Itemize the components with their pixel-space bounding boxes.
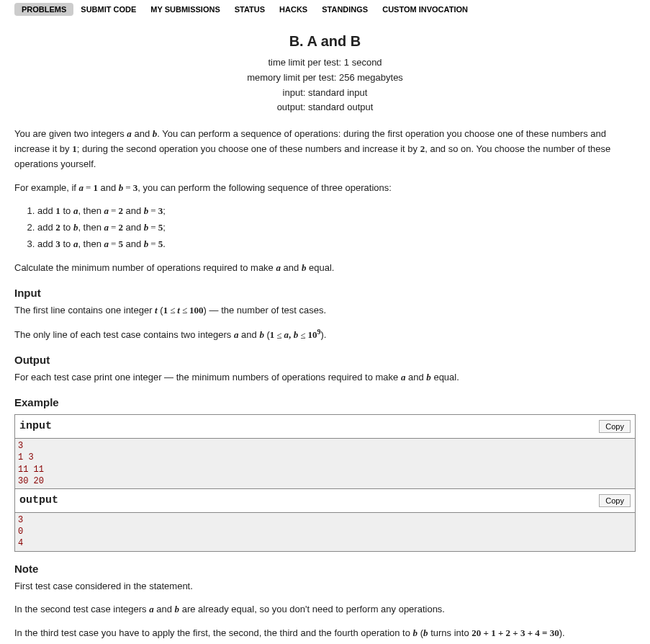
list-item: add 3 to a, then a=5 and b=5. (37, 237, 636, 252)
sample-output-box: output Copy 3 0 4 (14, 489, 636, 552)
sample-output-label: output (19, 492, 58, 509)
tab-submit-code[interactable]: SUBMIT CODE (73, 3, 143, 16)
statement-paragraph: You are given two integers a and b. You … (14, 127, 636, 171)
note-heading: Note (14, 560, 636, 578)
tab-status[interactable]: STATUS (227, 3, 272, 16)
tab-hacks[interactable]: HACKS (272, 3, 315, 16)
input-paragraph: The only line of each test case contains… (14, 326, 636, 343)
copy-output-button[interactable]: Copy (599, 494, 631, 507)
example-list: add 1 to a, then a=2 and b=3; add 2 to b… (14, 204, 636, 251)
list-item: add 2 to b, then a=2 and b=5; (37, 220, 636, 236)
input-file: input: standard input (14, 86, 636, 101)
statement-paragraph: For example, if a=1 and b=3, you can per… (14, 181, 636, 196)
sample-output-data: 3 0 4 (15, 513, 635, 551)
output-paragraph: For each test case print one integer — t… (14, 370, 636, 385)
tab-my-submissions[interactable]: MY SUBMISSIONS (143, 3, 227, 16)
output-file: output: standard output (14, 100, 636, 115)
tab-standings[interactable]: STANDINGS (315, 3, 375, 16)
sample-input-box: input Copy 3 1 3 11 11 30 20 (14, 414, 636, 489)
tab-bar: PROBLEMSSUBMIT CODEMY SUBMISSIONSSTATUSH… (14, 0, 636, 22)
input-paragraph: The first line contains one integer t (1… (14, 303, 636, 318)
sample-input-data: 3 1 3 11 11 30 20 (15, 439, 635, 488)
sample-input-label: input (19, 418, 52, 435)
note-paragraph: First test case considered in the statem… (14, 579, 636, 594)
copy-input-button[interactable]: Copy (599, 420, 631, 433)
note-paragraph: In the third test case you have to apply… (14, 626, 636, 641)
time-limit: time limit per test: 1 second (14, 55, 636, 71)
list-item: add 1 to a, then a=2 and b=3; (37, 204, 636, 219)
problem-header: B. A and B time limit per test: 1 second… (14, 33, 636, 115)
output-heading: Output (14, 352, 636, 369)
tab-custom-invocation[interactable]: CUSTOM INVOCATION (375, 3, 475, 16)
note-paragraph: In the second test case integers a and b… (14, 602, 636, 617)
memory-limit: memory limit per test: 256 megabytes (14, 71, 636, 86)
tab-problems[interactable]: PROBLEMS (14, 3, 73, 16)
problem-statement: You are given two integers a and b. You … (14, 127, 636, 641)
input-heading: Input (14, 285, 636, 302)
problem-title: B. A and B (14, 33, 636, 50)
example-heading: Example (14, 394, 636, 411)
statement-paragraph: Calculate the minimum number of operatio… (14, 261, 636, 276)
